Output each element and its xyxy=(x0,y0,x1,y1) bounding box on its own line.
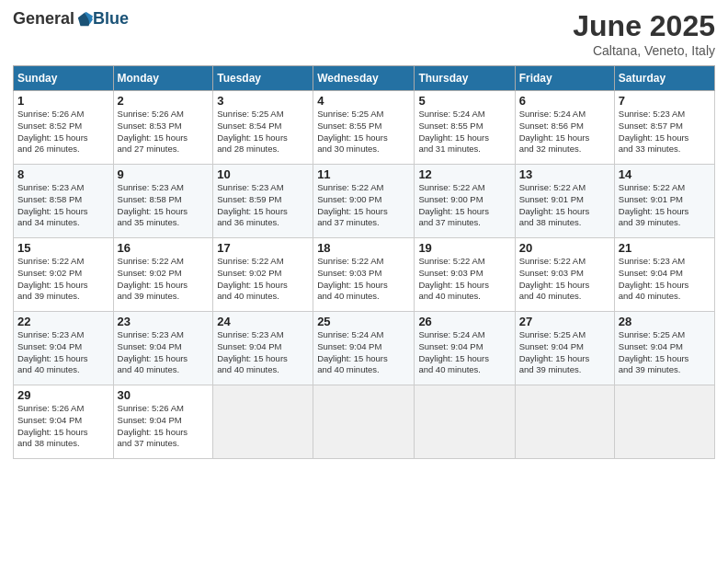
header-wednesday: Wednesday xyxy=(313,66,415,91)
day-number: 21 xyxy=(619,241,711,255)
calendar-cell: 16Sunrise: 5:22 AMSunset: 9:02 PMDayligh… xyxy=(113,238,213,312)
calendar-cell: 22Sunrise: 5:23 AMSunset: 9:04 PMDayligh… xyxy=(14,312,114,385)
logo-blue-text: Blue xyxy=(93,9,129,29)
calendar-cell: 20Sunrise: 5:22 AMSunset: 9:03 PMDayligh… xyxy=(515,238,614,312)
calendar-cell: 21Sunrise: 5:23 AMSunset: 9:04 PMDayligh… xyxy=(614,238,714,312)
calendar-cell: 15Sunrise: 5:22 AMSunset: 9:02 PMDayligh… xyxy=(14,238,114,312)
day-number: 14 xyxy=(619,167,711,181)
day-number: 18 xyxy=(317,241,410,255)
calendar-header-row: Sunday Monday Tuesday Wednesday Thursday… xyxy=(14,66,715,91)
calendar-cell: 13Sunrise: 5:22 AMSunset: 9:01 PMDayligh… xyxy=(515,165,614,238)
logo-area: General Blue xyxy=(13,9,129,29)
calendar-cell: 8Sunrise: 5:23 AMSunset: 8:58 PMDaylight… xyxy=(14,165,114,238)
title-area: June 2025 Caltana, Veneto, Italy xyxy=(573,9,715,58)
calendar-cell: 25Sunrise: 5:24 AMSunset: 9:04 PMDayligh… xyxy=(313,312,415,385)
day-info: Sunrise: 5:23 AMSunset: 9:04 PMDaylight:… xyxy=(217,329,309,376)
day-number: 28 xyxy=(619,315,711,328)
day-info: Sunrise: 5:22 AMSunset: 9:02 PMDaylight:… xyxy=(118,256,210,303)
day-number: 30 xyxy=(118,388,210,402)
day-info: Sunrise: 5:22 AMSunset: 9:00 PMDaylight:… xyxy=(317,182,410,229)
day-info: Sunrise: 5:22 AMSunset: 9:01 PMDaylight:… xyxy=(519,182,610,229)
calendar-cell: 12Sunrise: 5:22 AMSunset: 9:00 PMDayligh… xyxy=(415,165,515,238)
logo: General Blue xyxy=(13,9,129,29)
day-info: Sunrise: 5:23 AMSunset: 9:04 PMDaylight:… xyxy=(619,256,711,303)
calendar-cell: 10Sunrise: 5:23 AMSunset: 8:59 PMDayligh… xyxy=(213,165,313,238)
day-number: 27 xyxy=(519,315,610,328)
day-number: 22 xyxy=(17,315,109,328)
calendar-cell: 17Sunrise: 5:22 AMSunset: 9:02 PMDayligh… xyxy=(213,238,313,312)
header-monday: Monday xyxy=(113,66,213,91)
day-number: 10 xyxy=(217,167,309,181)
day-info: Sunrise: 5:23 AMSunset: 8:58 PMDaylight:… xyxy=(118,182,210,229)
calendar-cell: 23Sunrise: 5:23 AMSunset: 9:04 PMDayligh… xyxy=(113,312,213,385)
day-number: 9 xyxy=(118,167,210,181)
day-info: Sunrise: 5:24 AMSunset: 8:56 PMDaylight:… xyxy=(519,109,610,155)
day-info: Sunrise: 5:22 AMSunset: 9:03 PMDaylight:… xyxy=(519,256,610,303)
day-number: 15 xyxy=(17,241,109,255)
calendar-cell: 24Sunrise: 5:23 AMSunset: 9:04 PMDayligh… xyxy=(213,312,313,385)
header-thursday: Thursday xyxy=(415,66,515,91)
day-info: Sunrise: 5:22 AMSunset: 9:03 PMDaylight:… xyxy=(418,256,510,303)
page-container: General Blue June 2025 Caltana, Veneto, … xyxy=(0,0,728,468)
calendar-cell: 3Sunrise: 5:25 AMSunset: 8:54 PMDaylight… xyxy=(213,91,313,165)
day-number: 26 xyxy=(418,315,510,328)
day-info: Sunrise: 5:23 AMSunset: 8:59 PMDaylight:… xyxy=(217,182,309,229)
day-info: Sunrise: 5:26 AMSunset: 8:53 PMDaylight:… xyxy=(118,109,210,155)
calendar-cell: 14Sunrise: 5:22 AMSunset: 9:01 PMDayligh… xyxy=(614,165,714,238)
location-subtitle: Caltana, Veneto, Italy xyxy=(573,43,715,58)
day-info: Sunrise: 5:22 AMSunset: 9:02 PMDaylight:… xyxy=(17,256,109,303)
day-number: 2 xyxy=(118,94,210,108)
day-info: Sunrise: 5:22 AMSunset: 9:01 PMDaylight:… xyxy=(619,182,711,229)
calendar-cell xyxy=(415,385,515,459)
header-saturday: Saturday xyxy=(614,66,714,91)
day-number: 17 xyxy=(217,241,309,255)
day-info: Sunrise: 5:26 AMSunset: 9:04 PMDaylight:… xyxy=(17,403,109,450)
calendar-cell: 29Sunrise: 5:26 AMSunset: 9:04 PMDayligh… xyxy=(14,385,114,459)
calendar-table: Sunday Monday Tuesday Wednesday Thursday… xyxy=(13,65,715,459)
day-number: 4 xyxy=(317,94,410,108)
day-number: 16 xyxy=(118,241,210,255)
logo-icon xyxy=(76,11,93,28)
day-number: 11 xyxy=(317,167,410,181)
day-info: Sunrise: 5:24 AMSunset: 9:04 PMDaylight:… xyxy=(418,329,510,376)
day-info: Sunrise: 5:22 AMSunset: 9:02 PMDaylight:… xyxy=(217,256,309,303)
calendar-cell: 18Sunrise: 5:22 AMSunset: 9:03 PMDayligh… xyxy=(313,238,415,312)
calendar-cell: 6Sunrise: 5:24 AMSunset: 8:56 PMDaylight… xyxy=(515,91,614,165)
calendar-cell xyxy=(614,385,714,459)
calendar-cell: 11Sunrise: 5:22 AMSunset: 9:00 PMDayligh… xyxy=(313,165,415,238)
day-number: 3 xyxy=(217,94,309,108)
day-info: Sunrise: 5:24 AMSunset: 8:55 PMDaylight:… xyxy=(418,109,510,155)
day-info: Sunrise: 5:23 AMSunset: 8:58 PMDaylight:… xyxy=(17,182,109,229)
calendar-cell: 30Sunrise: 5:26 AMSunset: 9:04 PMDayligh… xyxy=(113,385,213,459)
day-info: Sunrise: 5:25 AMSunset: 9:04 PMDaylight:… xyxy=(519,329,610,376)
day-info: Sunrise: 5:23 AMSunset: 9:04 PMDaylight:… xyxy=(118,329,210,376)
day-number: 7 xyxy=(619,94,711,108)
logo-general-text: General xyxy=(13,9,74,29)
calendar-cell xyxy=(313,385,415,459)
header-sunday: Sunday xyxy=(14,66,114,91)
day-number: 23 xyxy=(118,315,210,328)
calendar-cell: 1Sunrise: 5:26 AMSunset: 8:52 PMDaylight… xyxy=(14,91,114,165)
day-info: Sunrise: 5:22 AMSunset: 9:03 PMDaylight:… xyxy=(317,256,410,303)
calendar-cell: 5Sunrise: 5:24 AMSunset: 8:55 PMDaylight… xyxy=(415,91,515,165)
day-number: 29 xyxy=(17,388,109,402)
day-number: 6 xyxy=(519,94,610,108)
calendar-cell: 28Sunrise: 5:25 AMSunset: 9:04 PMDayligh… xyxy=(614,312,714,385)
day-info: Sunrise: 5:25 AMSunset: 9:04 PMDaylight:… xyxy=(619,329,711,376)
day-info: Sunrise: 5:24 AMSunset: 9:04 PMDaylight:… xyxy=(317,329,410,376)
day-info: Sunrise: 5:26 AMSunset: 9:04 PMDaylight:… xyxy=(118,403,210,450)
day-number: 19 xyxy=(418,241,510,255)
day-number: 24 xyxy=(217,315,309,328)
calendar-cell xyxy=(515,385,614,459)
day-number: 20 xyxy=(519,241,610,255)
calendar-cell: 4Sunrise: 5:25 AMSunset: 8:55 PMDaylight… xyxy=(313,91,415,165)
calendar-cell: 7Sunrise: 5:23 AMSunset: 8:57 PMDaylight… xyxy=(614,91,714,165)
calendar-cell: 27Sunrise: 5:25 AMSunset: 9:04 PMDayligh… xyxy=(515,312,614,385)
calendar-cell xyxy=(213,385,313,459)
day-number: 13 xyxy=(519,167,610,181)
day-info: Sunrise: 5:23 AMSunset: 9:04 PMDaylight:… xyxy=(17,329,109,376)
day-number: 25 xyxy=(317,315,410,328)
day-info: Sunrise: 5:26 AMSunset: 8:52 PMDaylight:… xyxy=(17,109,109,155)
day-info: Sunrise: 5:22 AMSunset: 9:00 PMDaylight:… xyxy=(418,182,510,229)
header-tuesday: Tuesday xyxy=(213,66,313,91)
